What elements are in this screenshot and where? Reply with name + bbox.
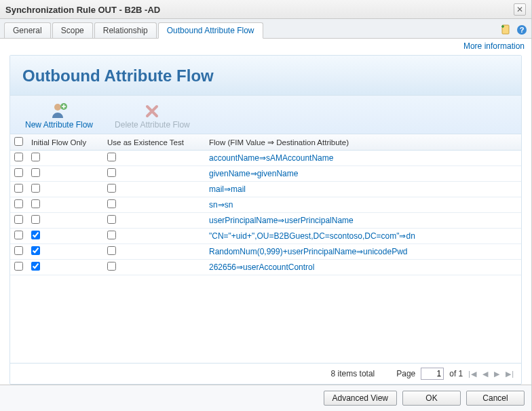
existence-test-checkbox[interactable] <box>107 168 116 177</box>
tab-general[interactable]: General <box>4 22 51 38</box>
initial-flow-checkbox[interactable] <box>31 231 40 239</box>
dialog-footer: Advanced View OK Cancel <box>0 385 531 411</box>
existence-test-checkbox[interactable] <box>107 184 116 193</box>
existence-test-checkbox[interactable] <box>107 246 116 255</box>
row-select-checkbox[interactable] <box>14 168 23 177</box>
new-attribute-flow-button[interactable]: New Attribute Flow <box>14 100 104 131</box>
more-information-link[interactable]: More information <box>463 41 525 51</box>
existence-test-checkbox[interactable] <box>107 262 116 271</box>
row-select-checkbox[interactable] <box>14 153 23 161</box>
svg-text:?: ? <box>520 26 525 34</box>
cancel-button[interactable]: Cancel <box>466 391 525 406</box>
page-label: Page <box>396 369 415 378</box>
panel-header: Outbound Attribute Flow <box>10 56 521 96</box>
existence-test-checkbox[interactable] <box>107 231 116 239</box>
user-add-icon <box>50 101 69 120</box>
toolbar-label: New Attribute Flow <box>25 120 93 130</box>
window-title: Synchronization Rule OUT - B2B -AD <box>5 5 160 15</box>
row-select-checkbox[interactable] <box>14 231 23 239</box>
delete-icon <box>142 101 162 120</box>
pager-next-icon[interactable]: ▶ <box>494 370 500 378</box>
pager-prev-icon[interactable]: ◀ <box>482 370 489 378</box>
row-select-checkbox[interactable] <box>14 184 23 193</box>
page-input[interactable] <box>421 368 444 380</box>
page-of-label: of 1 <box>449 369 463 378</box>
items-total-label: 8 items total <box>331 369 375 378</box>
advanced-view-button[interactable]: Advanced View <box>324 391 398 406</box>
ok-button[interactable]: OK <box>402 391 461 406</box>
initial-flow-checkbox[interactable] <box>31 246 40 255</box>
initial-flow-checkbox[interactable] <box>31 199 40 208</box>
table-row[interactable]: accountName⇒sAMAccountName <box>10 151 521 166</box>
initial-flow-checkbox[interactable] <box>31 184 40 193</box>
column-header-flow[interactable]: Flow (FIM Value ⇒ Destination Attribute) <box>205 134 521 151</box>
table-row[interactable]: sn⇒sn <box>10 197 521 213</box>
toolbar-label: Delete Attribute Flow <box>115 120 190 130</box>
table-row[interactable]: mail⇒mail <box>10 182 521 197</box>
initial-flow-checkbox[interactable] <box>31 262 40 271</box>
tab-relationship[interactable]: Relationship <box>94 22 157 38</box>
flow-link[interactable]: "CN="+uid+",OU=B2BGuest,DC=scontoso,DC=c… <box>209 231 415 241</box>
initial-flow-checkbox[interactable] <box>31 168 40 177</box>
flow-link[interactable]: mail⇒mail <box>209 184 246 194</box>
table-row[interactable]: RandomNum(0,999)+userPrincipalName⇒unico… <box>10 244 521 260</box>
flow-link[interactable]: 262656⇒userAccountControl <box>209 262 314 272</box>
pager: 8 items total Page of 1 |◀ ◀ ▶ ▶| <box>10 363 521 384</box>
existence-test-checkbox[interactable] <box>107 215 116 224</box>
row-select-checkbox[interactable] <box>14 246 23 255</box>
table-row[interactable]: "CN="+uid+",OU=B2BGuest,DC=scontoso,DC=c… <box>10 229 521 244</box>
svg-point-4 <box>54 104 61 111</box>
delete-attribute-flow-button: Delete Attribute Flow <box>104 100 201 131</box>
row-select-checkbox[interactable] <box>14 215 23 224</box>
select-all-checkbox[interactable] <box>14 137 23 146</box>
flow-link[interactable]: givenName⇒givenName <box>209 169 298 178</box>
help-icon[interactable]: ? <box>516 24 527 35</box>
new-item-icon[interactable] <box>500 24 511 35</box>
existence-test-checkbox[interactable] <box>107 153 116 161</box>
table-row[interactable]: userPrincipalName⇒userPrincipalName <box>10 213 521 229</box>
flow-link[interactable]: sn⇒sn <box>209 200 233 210</box>
table-row[interactable]: 262656⇒userAccountControl <box>10 260 521 275</box>
column-header-initial[interactable]: Initial Flow Only <box>27 134 103 151</box>
row-select-checkbox[interactable] <box>14 262 23 271</box>
flow-link[interactable]: RandomNum(0,999)+userPrincipalName⇒unico… <box>209 247 407 256</box>
existence-test-checkbox[interactable] <box>107 199 116 208</box>
pager-first-icon[interactable]: |◀ <box>468 370 477 378</box>
initial-flow-checkbox[interactable] <box>31 215 40 224</box>
initial-flow-checkbox[interactable] <box>31 153 40 161</box>
attribute-flow-table: Initial Flow Only Use as Existence Test … <box>10 134 521 275</box>
tab-strip: General Scope Relationship Outbound Attr… <box>0 19 531 39</box>
panel-title: Outbound Attribute Flow <box>22 66 509 85</box>
tab-outbound-attribute-flow[interactable]: Outbound Attribute Flow <box>158 22 263 39</box>
tab-scope[interactable]: Scope <box>52 22 93 38</box>
close-icon[interactable]: ✕ <box>514 3 526 16</box>
title-bar: Synchronization Rule OUT - B2B -AD ✕ <box>0 0 531 19</box>
column-header-existence[interactable]: Use as Existence Test <box>103 134 205 151</box>
table-row[interactable]: givenName⇒givenName <box>10 166 521 182</box>
toolbar: New Attribute Flow Delete Attribute Flow <box>10 96 521 134</box>
pager-last-icon[interactable]: ▶| <box>506 370 514 378</box>
flow-link[interactable]: accountName⇒sAMAccountName <box>209 153 333 163</box>
flow-link[interactable]: userPrincipalName⇒userPrincipalName <box>209 216 354 225</box>
row-select-checkbox[interactable] <box>14 199 23 208</box>
